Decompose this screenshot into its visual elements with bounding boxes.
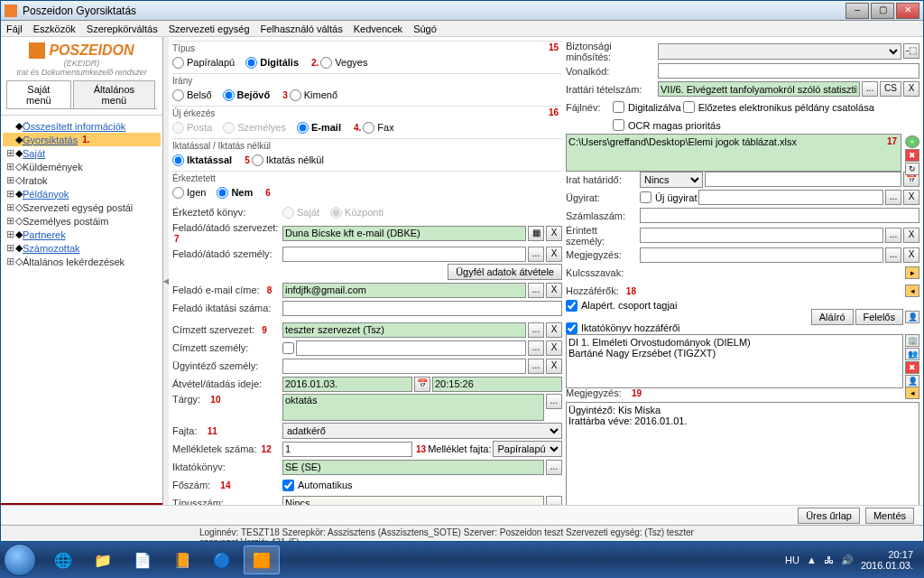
hatarido-input[interactable] — [705, 172, 901, 187]
radio-posta[interactable]: Posta — [172, 122, 212, 134]
tray-net-icon[interactable]: 🖧 — [824, 555, 834, 565]
felado-email-input[interactable] — [282, 283, 526, 298]
tb-app1[interactable]: 📄 — [125, 545, 161, 574]
fajta-select[interactable]: adatkérő — [282, 423, 562, 439]
tree-szemelyes[interactable]: ⊞◇Személyes postáim — [3, 214, 161, 228]
remove-access-icon[interactable]: ✖ — [905, 361, 919, 374]
irattari-input[interactable] — [658, 81, 860, 97]
tb-app2[interactable]: 📙 — [164, 545, 200, 574]
felado-ikt-input[interactable] — [282, 301, 562, 316]
targy-input[interactable]: oktatás — [282, 394, 544, 421]
alairo-button[interactable]: Aláíró — [811, 309, 854, 325]
tray-lang[interactable]: HU — [785, 555, 799, 565]
tb-ie[interactable]: 🌐 — [45, 545, 81, 574]
tree-gyorsiktatas[interactable]: ◆Gyorsiktatás 1. — [3, 133, 161, 146]
tab-sajat[interactable]: Saját menü — [6, 80, 71, 108]
radio-kimeno[interactable]: Kimenő — [290, 89, 337, 101]
szamla-input[interactable] — [640, 208, 919, 223]
felado-szem-input[interactable] — [282, 247, 526, 262]
org-icon[interactable]: 🏢 — [905, 334, 919, 347]
targy-lookup[interactable]: ... — [546, 394, 562, 409]
digit-chk[interactable]: Digitalizálva — [613, 101, 681, 113]
list-item[interactable]: DI 1. Elméleti Orvostudományok (DIELM) — [568, 337, 901, 348]
megj-clear[interactable]: X — [903, 247, 919, 263]
felado-szerv-lookup[interactable]: ▦ — [528, 226, 544, 241]
tb-explorer[interactable]: 📁 — [85, 545, 121, 574]
system-tray[interactable]: HU ▲ 🖧 🔊 20:17 2016.01.03. — [778, 549, 920, 571]
tree-partnerek[interactable]: ⊞◆Partnerek — [3, 228, 161, 241]
radio-vegyes[interactable]: Vegyes — [320, 57, 367, 69]
person-icon[interactable]: 👤 — [905, 311, 919, 323]
close-button[interactable]: ✕ — [896, 3, 919, 19]
felado-szerv-input[interactable] — [282, 226, 526, 241]
ugyintez-input[interactable] — [282, 359, 526, 374]
remark-textarea[interactable]: Ügyintéző: Kis Miska Irattárba véve: 201… — [566, 402, 919, 510]
calendar-icon[interactable]: 📅 — [414, 377, 430, 392]
cimzett-szerv-input[interactable] — [282, 322, 526, 338]
access-list[interactable]: DI 1. Elméleti Orvostudományok (DIELM) B… — [566, 334, 903, 388]
mell-input[interactable] — [282, 442, 412, 457]
ures-button[interactable]: Üres űrlap — [798, 508, 860, 524]
cs-button[interactable]: CS — [880, 81, 901, 97]
ocr-chk[interactable]: OCR magas prioritás — [613, 119, 721, 131]
tray-vol-icon[interactable]: 🔊 — [841, 555, 854, 566]
ugyintez-lookup[interactable]: ... — [528, 359, 544, 374]
megj-lookup[interactable]: ... — [885, 247, 901, 263]
tb-chrome[interactable]: 🔵 — [204, 545, 240, 574]
foszam-auto-chk[interactable]: Automatikus — [282, 480, 353, 491]
felado-email-lookup[interactable]: ... — [528, 283, 544, 298]
menu-file[interactable]: Fájl — [6, 23, 23, 34]
cimzett-szem-clear[interactable]: X — [546, 340, 562, 356]
menu-org[interactable]: Szervezeti egység — [169, 23, 250, 34]
reload-file-icon[interactable]: ↻ — [905, 163, 919, 175]
remove-file-icon[interactable]: ✖ — [905, 149, 919, 162]
bizt-select[interactable] — [658, 43, 901, 60]
kulcs-expand-icon[interactable]: ▸ — [905, 266, 919, 279]
tree-osszesitett[interactable]: ◆Összesített információk — [3, 119, 161, 133]
ugyirat-clear[interactable]: X — [903, 190, 919, 205]
elozetes-chk[interactable]: Előzetes elektronikus példány csatolása — [683, 101, 874, 113]
tree-kuldemenyek[interactable]: ⊞◇Küldemények — [3, 160, 161, 173]
hatarido-select[interactable]: Nincs — [640, 172, 703, 188]
ujugyirat-chk[interactable]: Új ügyirat — [640, 191, 697, 203]
radio-iktatassal[interactable]: Iktatással — [172, 154, 232, 166]
tab-altalanos[interactable]: Általános menü — [73, 80, 155, 108]
felelos-button[interactable]: Felelős — [855, 309, 903, 325]
cimzett-szerv-lookup[interactable]: ... — [528, 322, 544, 338]
hozza-expand-icon[interactable]: ◂ — [905, 284, 919, 297]
radio-szemelyes[interactable]: Személyes — [223, 122, 286, 134]
tb-poszeidon[interactable]: 🟧 — [244, 545, 280, 574]
irattari-clear[interactable]: X — [903, 81, 919, 97]
ugyintez-clear[interactable]: X — [546, 359, 562, 374]
tree-iratok[interactable]: ⊞◇Iratok — [3, 173, 161, 187]
irattari-lookup[interactable]: ... — [862, 81, 878, 97]
menu-user[interactable]: Felhasználó váltás — [261, 23, 343, 34]
menu-fav[interactable]: Kedvencek — [354, 23, 402, 34]
radio-papir[interactable]: Papíralapú — [172, 57, 235, 69]
tree-altalanos[interactable]: ⊞◇Általános lekérdezések — [3, 255, 161, 268]
atvetel-date-input[interactable] — [282, 377, 412, 392]
add-file-icon[interactable]: + — [905, 135, 919, 148]
iktkonyv-input[interactable] — [282, 460, 544, 475]
cimzett-szerv-clear[interactable]: X — [546, 322, 562, 338]
tree-peldanyok[interactable]: ⊞◆Példányok — [3, 187, 161, 200]
felado-szem-lookup[interactable]: ... — [528, 247, 544, 262]
tree-szervezeti[interactable]: ⊞◇Szervezeti egység postái — [3, 200, 161, 214]
atvetel-time-input[interactable] — [432, 377, 562, 392]
ugyirat-lookup[interactable]: ... — [885, 190, 901, 205]
mentes-button[interactable]: Mentés — [865, 508, 914, 524]
tree-sajat[interactable]: ⊞◆Saját — [3, 146, 161, 160]
menu-role[interactable]: Szerepkörváltás — [87, 23, 158, 34]
cimzett-szem-lookup[interactable]: ... — [528, 340, 544, 356]
cimzett-szem-input[interactable] — [296, 340, 526, 356]
erintett-lookup[interactable]: ... — [885, 228, 901, 243]
minimize-button[interactable]: – — [845, 3, 869, 19]
ugyirat-input[interactable] — [698, 190, 883, 205]
mellfajta-select[interactable]: Papíralapú — [493, 441, 562, 457]
radio-igen[interactable]: Igen — [172, 187, 206, 199]
iktkonyv-lookup[interactable]: ... — [546, 460, 562, 475]
megj-expand-icon[interactable]: ◂ — [905, 387, 919, 399]
radio-belso[interactable]: Belső — [172, 89, 212, 101]
radio-fax[interactable]: Fax — [363, 122, 393, 134]
tray-flag-icon[interactable]: ▲ — [807, 555, 817, 565]
